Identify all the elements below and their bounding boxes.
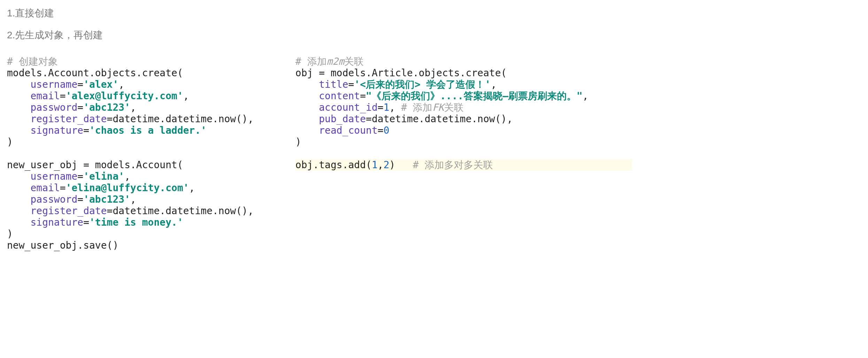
comma: ,: [183, 90, 189, 102]
comment-create-object: # 创建对象: [7, 56, 58, 67]
str-alex: 'alex': [83, 79, 118, 90]
str-alex-email: 'alex@luffycity.com': [66, 90, 183, 102]
comma: ,: [491, 79, 497, 90]
kw-register-date: register_date: [30, 113, 107, 125]
indent: [7, 182, 30, 194]
kw-content: content: [319, 90, 360, 102]
heading-2: 2.先生成对象，再创建: [7, 28, 861, 43]
str-elina: 'elina': [83, 171, 124, 182]
indent: [295, 102, 319, 113]
kw-account-id: account_id: [319, 102, 378, 113]
kw-title: title: [319, 79, 348, 90]
code-line: obj = models.Article.objects.create(: [295, 67, 507, 79]
comma: ,: [118, 79, 124, 90]
op-eq: =: [77, 79, 83, 90]
kw-pub-date: pub_date: [319, 113, 366, 125]
comma: ,: [378, 159, 383, 171]
comment-m2m-add: # 添加多对多关联: [413, 159, 493, 171]
indent: [7, 90, 30, 102]
code-columns: # 创建对象 models.Account.objects.create( us…: [7, 56, 861, 251]
kw-signature: signature: [30, 125, 83, 136]
indent: [295, 125, 319, 136]
indent: [7, 102, 30, 113]
num-2: 2: [383, 159, 389, 171]
indent: [7, 125, 30, 136]
str-pw: 'abc123': [83, 102, 130, 113]
str-chaos: 'chaos is a ladder.': [89, 125, 207, 136]
indent: [7, 194, 30, 205]
indent: [295, 79, 319, 90]
num-1: 1: [383, 102, 389, 113]
code-line: new_user_obj = models.Account(: [7, 159, 183, 171]
comma: ,: [130, 102, 136, 113]
op-eq: =: [348, 79, 354, 90]
code-left: # 创建对象 models.Account.objects.create( us…: [7, 56, 254, 251]
indent: [7, 171, 30, 182]
str-time-money: 'time is money.': [89, 217, 183, 228]
code-text: =datetime.datetime.now(),: [366, 113, 512, 125]
num-1: 1: [372, 159, 378, 171]
kw-email: email: [30, 182, 60, 194]
op-eq: =: [360, 90, 366, 102]
code-text: obj.tags.add(: [295, 159, 372, 171]
op-eq: =: [83, 125, 89, 136]
indent: [295, 113, 319, 125]
str-title: '<后来的我们> 学会了造假！': [354, 79, 491, 90]
indent: [7, 79, 30, 90]
comma: ,: [130, 194, 136, 205]
code-right: # 添加m2m关联 obj = models.Article.objects.c…: [295, 56, 632, 171]
kw-signature: signature: [30, 217, 83, 228]
kw-register-date: register_date: [30, 205, 107, 217]
comma: ,: [389, 102, 401, 113]
kw-password: password: [30, 194, 77, 205]
kw-read-count: read_count: [319, 125, 378, 136]
comma: ,: [124, 171, 130, 182]
kw-username: username: [30, 79, 77, 90]
op-eq: =: [77, 171, 83, 182]
str-elina-email: 'elina@luffycity.com': [66, 182, 189, 194]
code-text: ): [389, 159, 413, 171]
op-eq: =: [378, 125, 383, 136]
indent: [7, 113, 30, 125]
code-line: ): [7, 136, 13, 148]
comma: ,: [582, 90, 588, 102]
str-pw2: 'abc123': [83, 194, 130, 205]
op-eq: =: [60, 90, 66, 102]
code-line: ): [295, 136, 301, 148]
num-0: 0: [383, 125, 389, 136]
op-eq: =: [77, 102, 83, 113]
comma: ,: [189, 182, 195, 194]
op-eq: =: [378, 102, 383, 113]
heading-1: 1.直接创建: [7, 6, 861, 21]
str-content: "《后来的我们》....答案揭晓—刷票房刷来的。": [366, 90, 582, 102]
op-eq: =: [83, 217, 89, 228]
comment-m2m: # 添加m2m关联: [295, 56, 364, 67]
kw-email: email: [30, 90, 60, 102]
indent: [7, 205, 30, 217]
code-line: new_user_obj.save(): [7, 240, 118, 251]
indent: [7, 217, 30, 228]
op-eq: =: [77, 194, 83, 205]
indent: [295, 90, 319, 102]
code-text: =datetime.datetime.now(),: [107, 205, 254, 217]
code-line: ): [7, 228, 13, 240]
kw-password: password: [30, 102, 77, 113]
page: 1.直接创建 2.先生成对象，再创建 # 创建对象 models.Account…: [0, 0, 868, 265]
comment-fk: # 添加FK关联: [401, 102, 463, 113]
headings: 1.直接创建 2.先生成对象，再创建: [7, 6, 861, 43]
highlight-line: obj.tags.add(1,2) # 添加多对多关联: [295, 159, 632, 171]
code-text: =datetime.datetime.now(),: [107, 113, 254, 125]
code-line: models.Account.objects.create(: [7, 67, 183, 79]
kw-username: username: [30, 171, 77, 182]
op-eq: =: [60, 182, 66, 194]
